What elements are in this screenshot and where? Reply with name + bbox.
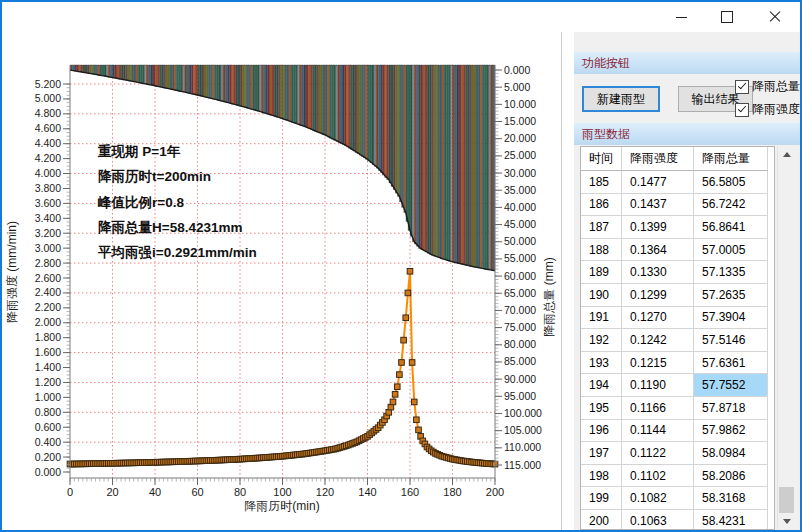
chart-canvas: 重现期 P=1年降雨历时t=200min峰值比例r=0.8降雨总量H=58.42… xyxy=(2,32,572,530)
table-cell[interactable]: 0.1190 xyxy=(622,374,694,397)
svg-text:0: 0 xyxy=(67,486,73,498)
svg-text:0.000: 0.000 xyxy=(35,466,61,478)
svg-text:65.000: 65.000 xyxy=(504,287,536,299)
table-cell[interactable]: 57.9862 xyxy=(694,420,768,443)
svg-text:200: 200 xyxy=(486,486,504,498)
table-cell[interactable]: 0.1215 xyxy=(622,352,694,375)
table-cell[interactable]: 56.7242 xyxy=(694,194,768,217)
new-pattern-button[interactable]: 新建雨型 xyxy=(582,86,660,112)
table-cell[interactable]: 58.3168 xyxy=(694,487,768,510)
scrollbar-thumb[interactable] xyxy=(779,487,794,513)
table-cell[interactable]: 0.1102 xyxy=(622,465,694,488)
checkbox-rain-intensity[interactable]: 降雨强度 xyxy=(735,101,800,118)
table-cell[interactable]: 0.1364 xyxy=(622,239,694,262)
table-cell[interactable]: 189 xyxy=(581,261,622,284)
svg-text:100: 100 xyxy=(273,486,291,498)
table-cell[interactable]: 0.1082 xyxy=(622,487,694,510)
table-cell[interactable]: 0.1330 xyxy=(622,261,694,284)
table-cell[interactable]: 192 xyxy=(581,329,622,352)
table-cell[interactable]: 0.1242 xyxy=(622,329,694,352)
arrow-down-icon xyxy=(783,519,791,524)
svg-text:60.000: 60.000 xyxy=(504,270,536,282)
table-cell[interactable]: 199 xyxy=(581,487,622,510)
checkbox-label: 降雨强度 xyxy=(752,101,800,118)
table-cell[interactable]: 200 xyxy=(581,510,622,530)
table-cell[interactable]: 187 xyxy=(581,216,622,239)
svg-text:80.000: 80.000 xyxy=(504,338,536,350)
scroll-up-button[interactable] xyxy=(778,146,795,163)
svg-text:0.000: 0.000 xyxy=(504,64,530,76)
svg-text:0.400: 0.400 xyxy=(35,436,61,448)
svg-text:4.200: 4.200 xyxy=(35,152,61,164)
arrow-up-icon xyxy=(783,152,791,157)
table-cell[interactable]: 190 xyxy=(581,284,622,307)
table-cell[interactable]: 57.0005 xyxy=(694,239,768,262)
svg-text:1.000: 1.000 xyxy=(35,391,61,403)
table-column-header[interactable]: 时间 xyxy=(581,147,622,171)
svg-text:15.000: 15.000 xyxy=(504,115,536,127)
table-cell[interactable]: 58.2086 xyxy=(694,465,768,488)
table-cell[interactable]: 194 xyxy=(581,374,622,397)
svg-text:4.800: 4.800 xyxy=(35,107,61,119)
table-cell[interactable]: 57.6361 xyxy=(694,352,768,375)
table-cell[interactable]: 0.1477 xyxy=(622,171,694,194)
svg-text:25.000: 25.000 xyxy=(504,149,536,161)
svg-text:5.000: 5.000 xyxy=(504,81,530,93)
table-cell[interactable]: 57.8718 xyxy=(694,397,768,420)
table-cell[interactable]: 0.1063 xyxy=(622,510,694,530)
svg-text:40.000: 40.000 xyxy=(504,201,536,213)
table-cell[interactable]: 0.1299 xyxy=(622,284,694,307)
table-cell[interactable]: 195 xyxy=(581,397,622,420)
svg-text:95.000: 95.000 xyxy=(504,390,536,402)
svg-text:3.000: 3.000 xyxy=(35,242,61,254)
minimize-button[interactable] xyxy=(658,2,704,32)
table-cell[interactable]: 57.2635 xyxy=(694,284,768,307)
table-cell[interactable]: 191 xyxy=(581,307,622,330)
svg-text:1.800: 1.800 xyxy=(35,331,61,343)
svg-text:20.000: 20.000 xyxy=(504,132,536,144)
table-cell[interactable]: 56.5805 xyxy=(694,171,768,194)
svg-text:降雨总量 (mm): 降雨总量 (mm) xyxy=(542,257,556,336)
svg-text:降雨总量H=58.4231mm: 降雨总量H=58.4231mm xyxy=(98,220,242,235)
svg-text:105.000: 105.000 xyxy=(504,424,542,436)
left-axis-labels: 0.0000.2000.4000.6000.8001.0001.2001.400… xyxy=(35,78,70,478)
table-cell[interactable]: 196 xyxy=(581,420,622,443)
svg-text:100.000: 100.000 xyxy=(504,407,542,419)
close-icon xyxy=(769,11,781,23)
table-cell[interactable]: 57.5146 xyxy=(694,329,768,352)
table-cell[interactable]: 0.1437 xyxy=(622,194,694,217)
close-button[interactable] xyxy=(752,2,798,32)
table-cell[interactable]: 198 xyxy=(581,465,622,488)
table-cell[interactable]: 0.1144 xyxy=(622,420,694,443)
table-cell[interactable]: 185 xyxy=(581,171,622,194)
checkbox-total-rainfall[interactable]: 降雨总量 xyxy=(735,78,800,95)
svg-text:3.200: 3.200 xyxy=(35,227,61,239)
table-cell[interactable]: 56.8641 xyxy=(694,216,768,239)
table-cell[interactable]: 0.1270 xyxy=(622,307,694,330)
minimize-icon xyxy=(676,17,687,18)
selected-table-cell[interactable]: 57.7552 xyxy=(694,374,768,397)
svg-text:35.000: 35.000 xyxy=(504,184,536,196)
table-cell[interactable]: 0.1399 xyxy=(622,216,694,239)
svg-text:0.200: 0.200 xyxy=(35,451,61,463)
table-cell[interactable]: 186 xyxy=(581,194,622,217)
maximize-button[interactable] xyxy=(704,2,750,32)
table-column-header[interactable]: 降雨总量 xyxy=(694,147,768,171)
svg-text:1.600: 1.600 xyxy=(35,346,61,358)
table-column-header[interactable]: 降雨强度 xyxy=(622,147,694,171)
table-cell[interactable]: 0.1122 xyxy=(622,442,694,465)
table-cell[interactable]: 193 xyxy=(581,352,622,375)
table-cell[interactable]: 0.1166 xyxy=(622,397,694,420)
svg-text:70.000: 70.000 xyxy=(504,304,536,316)
scroll-down-button[interactable] xyxy=(778,513,795,530)
table-cell[interactable]: 197 xyxy=(581,442,622,465)
svg-text:110.000: 110.000 xyxy=(504,441,541,453)
table-cell[interactable]: 57.3904 xyxy=(694,307,768,330)
table-cell[interactable]: 58.0984 xyxy=(694,442,768,465)
table-cell[interactable]: 57.1335 xyxy=(694,261,768,284)
table-cell[interactable]: 188 xyxy=(581,239,622,262)
svg-text:120: 120 xyxy=(316,486,334,498)
svg-text:0.800: 0.800 xyxy=(35,406,61,418)
table-scrollbar[interactable] xyxy=(777,146,795,530)
table-cell[interactable]: 58.4231 xyxy=(694,510,768,530)
